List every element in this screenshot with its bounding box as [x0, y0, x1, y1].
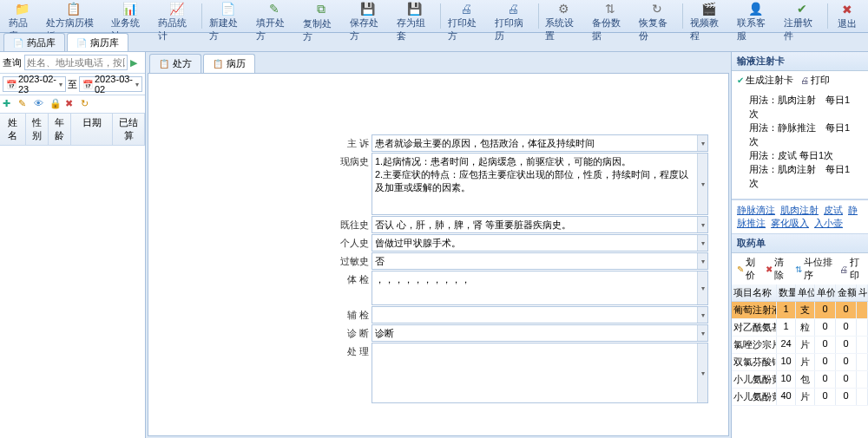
- form-label: 辅 检: [335, 306, 372, 324]
- form-input[interactable]: [372, 307, 697, 323]
- medicine-row[interactable]: 小儿氨酚黄...40片00: [732, 389, 868, 406]
- medical-record-form: 主 诉▾现病史1.起病情况：患者时间，起病缓急，前驱症状，可能的病因。 2.主要…: [335, 134, 708, 404]
- rtb-斗位排序[interactable]: ⇅斗位排序: [795, 256, 832, 282]
- grid-cell: 0: [836, 354, 857, 370]
- chevron-down-icon[interactable]: ▾: [697, 217, 707, 232]
- toolbar-打印病历[interactable]: 🖨打印病历: [490, 2, 536, 30]
- chevron-down-icon[interactable]: ▾: [697, 135, 707, 151]
- grid-cell: 0: [836, 302, 857, 318]
- form-value-wrap: ▾: [372, 252, 708, 270]
- form-input[interactable]: [372, 135, 697, 151]
- tab-药品库[interactable]: 📄药品库: [3, 33, 65, 51]
- form-input[interactable]: [372, 343, 697, 402]
- toolbar-新建处方[interactable]: 📄新建处方: [204, 2, 251, 30]
- toolbar-icon: 📁: [14, 2, 31, 16]
- chevron-down-icon[interactable]: ▾: [697, 253, 707, 269]
- rtb-label: 划价: [746, 256, 759, 282]
- tab-处方[interactable]: 📋处方: [149, 54, 201, 73]
- refresh-icon[interactable]: ↻: [81, 98, 93, 110]
- chevron-down-icon[interactable]: ▾: [59, 81, 62, 88]
- grid-cell: 0: [815, 337, 836, 353]
- rtb-打印[interactable]: 🖨打印: [839, 256, 863, 282]
- toolbar-注册软件[interactable]: ✔注册软件: [779, 2, 825, 30]
- rtb-打印[interactable]: 🖨打印: [800, 74, 830, 87]
- form-input[interactable]: 1.起病情况：患者时间，起病缓急，前驱症状，可能的病因。 2.主要症状的特点：应…: [372, 154, 697, 214]
- form-input[interactable]: [372, 217, 697, 232]
- toolbar-联系客服[interactable]: 👤联系客服: [732, 2, 779, 30]
- medicine-row[interactable]: 氯唑沙宗片24片00: [732, 337, 868, 354]
- tab-label: 处方: [173, 57, 192, 70]
- toolbar-药品库[interactable]: 📁药品库: [3, 2, 41, 30]
- chevron-down-icon[interactable]: ▾: [697, 271, 707, 304]
- chevron-down-icon[interactable]: ▾: [697, 154, 707, 214]
- chevron-down-icon[interactable]: ▾: [697, 325, 707, 341]
- toolbar-处方病历模板[interactable]: 📋处方病历模板: [41, 2, 106, 30]
- toolbar-药品统计[interactable]: 📈药品统计: [153, 2, 200, 30]
- method-link[interactable]: 入小壶: [814, 218, 843, 228]
- edit-icon[interactable]: ✎: [18, 98, 30, 110]
- toolbar-视频教程[interactable]: 🎬视频教程: [685, 2, 732, 30]
- toolbar-业务统计[interactable]: 📊业务统计: [106, 2, 153, 30]
- search-go-icon[interactable]: ▶: [130, 57, 142, 69]
- toolbar-label: 视频教程: [690, 16, 727, 42]
- form-label: 体 检: [335, 271, 372, 305]
- toolbar-系统设置[interactable]: ⚙系统设置: [540, 2, 587, 30]
- toolbar-保存处方[interactable]: 💾保存处方: [345, 2, 391, 30]
- form-row-诊断: 诊 断▾: [335, 324, 708, 342]
- form-input[interactable]: [372, 235, 697, 251]
- method-link[interactable]: 静脉滴注: [737, 205, 775, 215]
- injection-card-title: 输液注射卡: [732, 52, 868, 71]
- date-from[interactable]: 📅 2023-02-23 ▾: [3, 76, 66, 92]
- grid-cell: 包: [796, 371, 815, 388]
- form-input[interactable]: [372, 325, 697, 341]
- grid-cell: 24: [777, 337, 796, 353]
- toolbar-icon: ✖: [838, 2, 856, 16]
- medicine-row[interactable]: 葡萄注射液1支00: [732, 302, 868, 319]
- tab-icon: 📋: [213, 59, 223, 69]
- toolbar-复制处方[interactable]: ⧉复制处方: [298, 2, 345, 30]
- chevron-down-icon[interactable]: ▾: [135, 81, 139, 88]
- toolbar-备份数据[interactable]: ⇅备份数据: [587, 2, 634, 30]
- tab-病历[interactable]: 📋病历: [203, 54, 255, 73]
- toolbar-打印处方[interactable]: 🖨打印处方: [443, 2, 490, 30]
- search-input[interactable]: [24, 55, 128, 70]
- toolbar-label: 联系客服: [737, 16, 773, 42]
- chevron-down-icon[interactable]: ▾: [697, 307, 707, 323]
- chevron-down-icon[interactable]: ▾: [697, 343, 707, 402]
- form-input[interactable]: [372, 253, 697, 269]
- toolbar-退出[interactable]: ✖退出: [830, 2, 865, 30]
- method-link[interactable]: 雾化吸入: [771, 218, 809, 228]
- medicine-toolbar: ✎划价✖清除⇅斗位排序🖨打印: [732, 253, 868, 284]
- grid-cell: 支: [796, 302, 815, 318]
- delete-icon[interactable]: ✖: [65, 98, 77, 110]
- method-link[interactable]: 皮试: [824, 205, 843, 215]
- rtb-清除[interactable]: ✖清除: [766, 256, 787, 282]
- date-to[interactable]: 📅 2023-03-02 ▾: [79, 76, 142, 92]
- chevron-down-icon[interactable]: ▾: [697, 235, 707, 251]
- form-value-wrap: ▾: [372, 234, 708, 252]
- lock-icon[interactable]: 🔒: [49, 98, 62, 110]
- rtb-label: 打印: [811, 74, 830, 87]
- toolbar-填开处方[interactable]: ✎填开处方: [251, 2, 298, 30]
- rtb-生成注射卡[interactable]: ✔生成注射卡: [737, 74, 793, 87]
- injection-toolbar: ✔生成注射卡🖨打印: [732, 71, 868, 89]
- form-value-wrap: 1.起病情况：患者时间，起病缓急，前驱症状，可能的病因。 2.主要症状的特点：应…: [372, 153, 708, 215]
- medicine-row[interactable]: 双氯芬酸钠...10片00: [732, 354, 868, 371]
- medicine-row[interactable]: 对乙酰氨基...1粒00: [732, 319, 868, 337]
- toolbar-存为组套[interactable]: 💾存为组套: [391, 2, 438, 30]
- method-link[interactable]: 肌肉注射: [780, 205, 819, 215]
- tab-病历库[interactable]: 📄病历库: [67, 33, 128, 51]
- medicine-row[interactable]: 小儿氨酚黄...10包00: [732, 371, 868, 389]
- toolbar-恢复备份[interactable]: ↻恢复备份: [634, 2, 681, 30]
- form-label: 主 诉: [335, 134, 372, 152]
- center-tabstrip: 📋处方📋病历: [146, 52, 731, 73]
- form-input[interactable]: ，，，，，，，，，，: [372, 271, 697, 304]
- grid-cell: 片: [796, 389, 815, 405]
- rtb-划价[interactable]: ✎划价: [737, 256, 759, 282]
- add-icon[interactable]: ✚: [3, 98, 15, 110]
- view-icon[interactable]: 👁: [34, 98, 46, 110]
- grid-cell: [857, 302, 868, 318]
- toolbar-icon: 🎬: [700, 2, 717, 16]
- tab-label: 病历: [227, 57, 246, 70]
- search-bar: 查询 ▶: [0, 52, 145, 74]
